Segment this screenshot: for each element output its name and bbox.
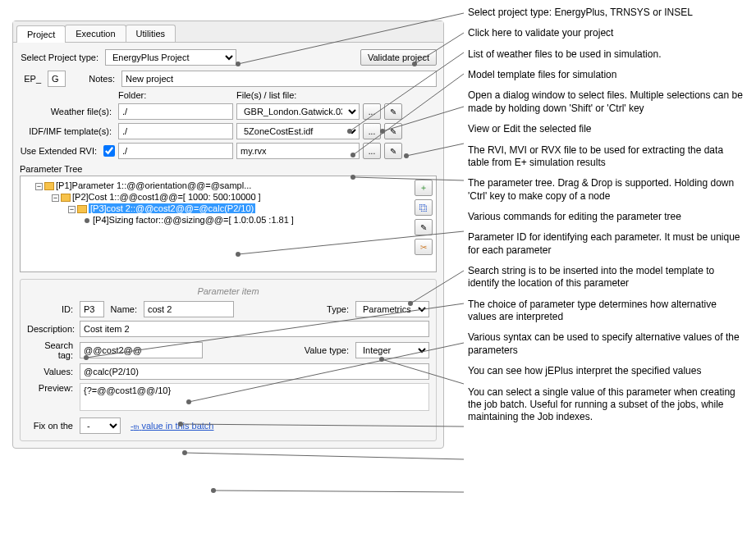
ptree-title: Parameter Tree xyxy=(20,164,437,174)
project-panel: Project Execution Utilities Select Proje… xyxy=(12,21,444,449)
validate-button[interactable]: Validate project xyxy=(360,49,437,66)
annotation-text: List of weather files to be used in simu… xyxy=(468,48,747,61)
rvi-checkbox[interactable] xyxy=(103,145,115,157)
fix-label: Fix on the xyxy=(27,421,76,431)
ptree-edit-button[interactable]: ✎ xyxy=(415,219,433,235)
files-header: File(s) / list file: xyxy=(236,90,437,100)
values-label: Values: xyxy=(27,367,76,376)
annotation-text: You can see how jEPlus interpret the spe… xyxy=(468,365,747,377)
weather-edit-button[interactable]: ✎ xyxy=(384,103,402,120)
id-field[interactable] xyxy=(80,301,104,317)
vtype-select[interactable]: Integer xyxy=(355,342,429,358)
tag-field[interactable] xyxy=(80,342,203,358)
annotation-text: Select project type: EnergyPlus, TRNSYS … xyxy=(468,7,747,19)
desc-label: Description: xyxy=(27,324,76,334)
rvi-edit-button[interactable]: ✎ xyxy=(384,143,402,159)
notes-label: Notes: xyxy=(69,74,118,84)
ptree-add-button[interactable]: ＋ xyxy=(415,180,433,196)
tab-project[interactable]: Project xyxy=(16,25,66,43)
folder-header: Folder: xyxy=(118,90,233,100)
desc-field[interactable] xyxy=(80,321,429,337)
tab-utilities[interactable]: Utilities xyxy=(126,25,176,42)
annotation-column: Select project type: EnergyPlus, TRNSYS … xyxy=(468,7,747,432)
idf-browse-button[interactable]: ... xyxy=(363,123,381,139)
name-field[interactable] xyxy=(144,301,234,317)
annotation-text: View or Edit the selected file xyxy=(468,123,747,135)
project-type-label: Select Project type: xyxy=(20,52,102,62)
tree-node-p4[interactable]: [P4]Sizing factor::@@sizing@@=[ 1.0:0.05… xyxy=(93,215,294,225)
fix-select[interactable]: - xyxy=(80,417,121,434)
tree-node-p2[interactable]: [P2]Cost 1::@@cost1@@=[ 1000: 500:10000 … xyxy=(72,192,261,202)
folder-icon xyxy=(44,182,54,190)
ptree-copy-button[interactable]: ⿻ xyxy=(415,199,433,216)
svg-point-28 xyxy=(182,450,187,455)
id-label: ID: xyxy=(27,304,76,314)
annotation-text: The parameter tree. Drag & Drop is suppo… xyxy=(468,177,747,203)
preview-label: Preview: xyxy=(27,383,76,393)
weather-file-select[interactable]: GBR_London.Gatwick.03... xyxy=(236,103,360,120)
annotation-text: Various commands for editing the paramet… xyxy=(468,211,747,223)
annotation-text: Various syntax can be used to specify al… xyxy=(468,331,747,357)
parameter-item-panel: Parameter item ID: Name: Type: Parametri… xyxy=(20,279,437,441)
tree-node-p1[interactable]: [P1]Parameter 1::@@orientation@@=@sampl.… xyxy=(56,180,251,190)
annotation-text: The choice of parameter type determines … xyxy=(468,299,747,324)
svg-line-14 xyxy=(213,490,464,492)
notes-field[interactable] xyxy=(121,71,437,87)
weather-browse-button[interactable]: ... xyxy=(363,103,381,120)
type-label: Type: xyxy=(319,304,352,314)
annotation-text: The RVI, MVI or RVX file to be used for … xyxy=(468,144,747,170)
fix-suffix-link[interactable]: -th value in this batch xyxy=(131,421,213,431)
weather-folder[interactable] xyxy=(118,103,233,120)
ep-label: EP_ xyxy=(20,74,44,84)
param-item-title: Parameter item xyxy=(27,286,429,296)
annotation-text: Click here to validate your project xyxy=(468,27,747,39)
rvi-browse-button[interactable]: ... xyxy=(363,143,381,159)
idf-file-select[interactable]: 5ZoneCostEst.idf xyxy=(236,123,360,139)
pencil-icon: ✎ xyxy=(390,147,396,156)
svg-point-29 xyxy=(211,488,216,493)
folder-icon xyxy=(61,194,71,202)
ptree-delete-button[interactable]: ✂ xyxy=(415,239,433,255)
annotation-text: Open a dialog window to select files. Mu… xyxy=(468,89,747,115)
rvi-file[interactable] xyxy=(236,143,360,159)
idf-folder[interactable] xyxy=(118,123,233,139)
vtype-label: Value type: xyxy=(295,345,352,355)
annotation-text: You can select a single value of this pa… xyxy=(468,386,747,424)
name-label: Name: xyxy=(108,304,140,314)
preview-area: {?=@@cost1@@/10} xyxy=(80,383,429,411)
weather-label: Weather file(s): xyxy=(20,107,115,116)
pencil-icon: ✎ xyxy=(390,127,396,136)
project-type-select[interactable]: EnergyPlus Project xyxy=(105,49,236,66)
annotation-text: Model template files for simulation xyxy=(468,69,747,81)
values-field[interactable] xyxy=(80,363,429,380)
ep-field[interactable] xyxy=(48,71,66,87)
bullet-icon xyxy=(85,218,89,223)
folder-icon xyxy=(77,205,87,213)
tree-node-p3[interactable]: [P3]cost 2::@@cost2@@=@calc(P2/10) xyxy=(89,203,255,213)
annotation-text: Parameter ID for identifying each parame… xyxy=(468,231,747,257)
parameter-tree[interactable]: −[P1]Parameter 1::@@orientation@@=@sampl… xyxy=(20,176,437,272)
idf-edit-button[interactable]: ✎ xyxy=(384,123,402,139)
svg-line-13 xyxy=(185,453,464,459)
rvi-label: Use Extended RVI: xyxy=(20,146,100,156)
pencil-icon: ✎ xyxy=(390,107,396,116)
tag-label: Search tag: xyxy=(27,340,76,360)
type-select[interactable]: Parametrics xyxy=(355,301,429,317)
tab-bar: Project Execution Utilities xyxy=(13,21,443,43)
annotation-text: Search string is to be inserted into the… xyxy=(468,265,747,290)
tab-execution[interactable]: Execution xyxy=(65,25,126,42)
idf-label: IDF/IMF template(s): xyxy=(20,126,115,136)
rvi-folder[interactable] xyxy=(118,143,233,159)
